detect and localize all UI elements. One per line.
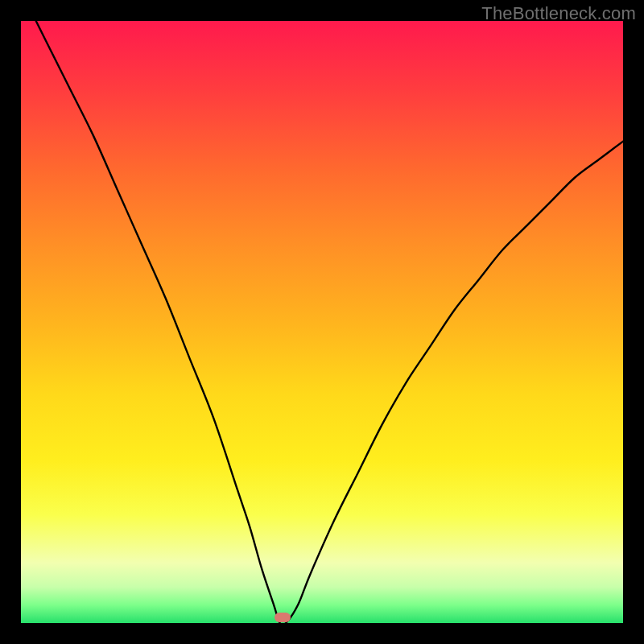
bottleneck-curve <box>21 21 623 623</box>
optimal-point-marker <box>275 613 291 622</box>
plot-area <box>21 21 623 623</box>
watermark-text: TheBottleneck.com <box>481 3 636 24</box>
chart-frame: TheBottleneck.com <box>0 0 644 644</box>
